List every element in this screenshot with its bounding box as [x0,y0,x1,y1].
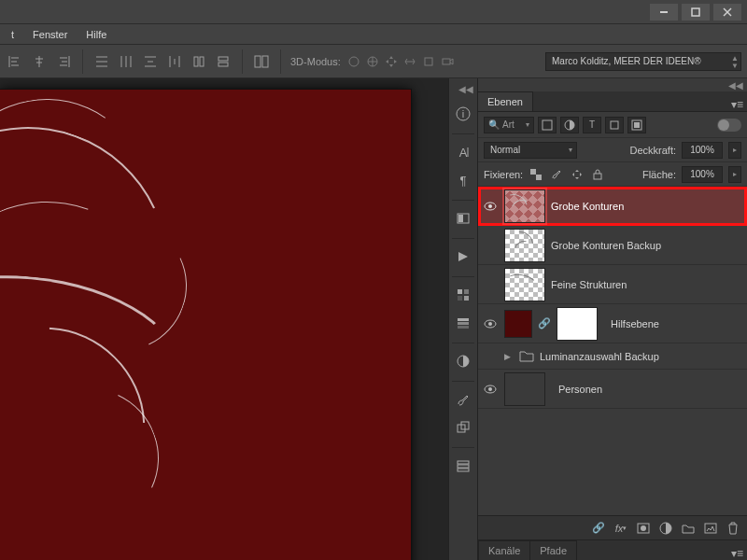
fill-label: Fläche: [642,169,676,180]
lock-image-icon[interactable] [549,167,564,182]
layer-name[interactable]: Grobe Konturen Backup [551,240,743,251]
layer-name[interactable]: Grobe Konturen [551,201,743,212]
link-layers-icon[interactable]: 🔗 [588,519,609,538]
layer-row[interactable]: Grobe Konturen [478,187,747,226]
distribute-5-icon[interactable] [190,52,208,71]
layer-thumbnail[interactable] [504,372,545,406]
distribute-6-icon[interactable] [214,52,233,71]
filter-type-icon[interactable]: T [583,117,601,133]
document-canvas[interactable] [0,90,411,560]
workspace-switcher[interactable]: Marco Kolditz, MEER DER IDEEN® ▲▼ [545,52,741,71]
layer-row[interactable]: 🔗 Hilfsebene [478,304,747,343]
svg-rect-22 [464,289,469,294]
layer-name[interactable]: Personen [558,384,743,395]
visibility-toggle[interactable] [482,385,499,394]
window-maximize-button[interactable] [682,4,710,21]
actions-panel-icon[interactable] [451,245,475,269]
navigator-panel-icon[interactable] [451,206,475,231]
main-area: ◀◀ i A ¶ ◀◀ Ebenen ▾≡ 🔍 Art ▾ [0,78,747,560]
history-panel-icon[interactable] [451,454,475,478]
lock-position-icon[interactable] [570,167,585,182]
menu-item-partial[interactable]: t [2,29,23,40]
visibility-toggle[interactable] [482,319,499,329]
layer-name[interactable]: Luminanzauswahl Backup [540,351,743,362]
layer-thumbnail[interactable] [504,229,545,262]
menu-item-hilfe[interactable]: Hilfe [77,29,116,40]
brush-panel-icon[interactable] [451,387,475,412]
layer-row[interactable]: Personen [478,370,747,409]
lock-row: Fixieren: Fläche: 100% ▸ [478,162,747,187]
character-panel-icon[interactable]: A [451,140,475,164]
layer-thumbnail[interactable] [504,268,545,301]
group-layers-icon[interactable] [678,519,698,538]
mask-link-icon[interactable]: 🔗 [538,317,551,329]
layer-name[interactable]: Feine Strukturen [551,279,743,290]
layer-filter-kind[interactable]: 🔍 Art ▾ [484,117,534,133]
layer-row[interactable]: ▶ Luminanzauswahl Backup [478,343,747,370]
delete-layer-icon[interactable] [723,519,743,538]
panel-menu-icon[interactable]: ▾≡ [730,98,747,111]
mode-scale-icon[interactable] [419,52,438,71]
adjustments-panel-icon[interactable] [451,349,475,373]
align-center-icon[interactable] [30,52,49,71]
menu-item-fenster[interactable]: Fenster [23,29,77,40]
layer-mask-icon[interactable] [633,519,654,538]
distribute-2-icon[interactable] [117,52,135,71]
swatches-panel-icon[interactable] [451,283,475,307]
svg-rect-4 [194,57,198,66]
panel-collapse-icon[interactable]: ◀◀ [728,80,743,91]
collapse-panels-icon[interactable]: ◀◀ [458,84,473,94]
distribute-4-icon[interactable] [165,52,184,71]
layer-row[interactable]: Grobe Konturen Backup [478,226,747,265]
blend-mode-row: Normal ▾ Deckkraft: 100% ▸ [478,138,747,162]
layer-thumbnail[interactable] [504,310,532,338]
opacity-label: Deckkraft: [629,145,676,156]
mode-orbit-icon[interactable] [345,52,363,71]
svg-rect-9 [262,56,268,67]
filter-shape-icon[interactable] [605,117,624,133]
info-panel-icon[interactable]: i [451,102,475,126]
opacity-field[interactable]: 100% [682,142,723,159]
lock-transparent-icon[interactable] [529,167,543,182]
align-left-icon[interactable] [6,52,24,71]
layer-row[interactable]: Feine Strukturen [478,265,747,304]
svg-point-45 [488,322,492,326]
mode-slide-icon[interactable] [401,52,419,71]
fill-stepper[interactable]: ▸ [728,166,741,183]
fill-field[interactable]: 100% [682,166,723,183]
filter-toggle[interactable] [717,119,741,132]
tab-kanaele[interactable]: Kanäle [478,540,530,560]
adjustment-layer-icon[interactable] [655,519,676,538]
mode-camera-icon[interactable] [438,52,457,71]
layer-name[interactable]: Hilfsebene [611,318,743,329]
mode-pan-icon[interactable] [382,52,401,71]
tab-pfade[interactable]: Pfade [530,540,577,560]
clone-source-panel-icon[interactable] [451,415,475,440]
layer-style-icon[interactable]: fx▾ [611,519,631,538]
paragraph-panel-icon[interactable]: ¶ [451,168,475,192]
distribute-1-icon[interactable] [92,52,111,71]
window-close-button[interactable] [713,4,741,21]
filter-smart-icon[interactable] [627,117,646,133]
blend-mode-dropdown[interactable]: Normal ▾ [484,142,577,159]
mode-roll-icon[interactable] [363,52,382,71]
opacity-stepper[interactable]: ▸ [728,142,741,159]
filter-adjustment-icon[interactable] [560,117,579,133]
auto-align-icon[interactable] [252,52,271,71]
search-icon: 🔍 [488,119,500,130]
tab-ebenen[interactable]: Ebenen [478,91,533,111]
lock-all-icon[interactable] [590,167,605,182]
svg-text:¶: ¶ [460,174,467,188]
canvas-area[interactable] [0,78,448,560]
visibility-toggle[interactable] [482,202,499,211]
layer-mask-thumbnail[interactable] [557,307,598,341]
filter-pixel-icon[interactable] [538,117,557,133]
distribute-3-icon[interactable] [141,52,160,71]
window-minimize-button[interactable] [650,4,678,21]
group-expand-icon[interactable]: ▶ [504,352,514,361]
panel-menu-icon[interactable]: ▾≡ [730,547,747,560]
color-panel-icon[interactable] [451,311,475,335]
new-layer-icon[interactable] [700,519,721,538]
layer-thumbnail[interactable] [504,189,545,223]
align-right-icon[interactable] [54,52,73,71]
